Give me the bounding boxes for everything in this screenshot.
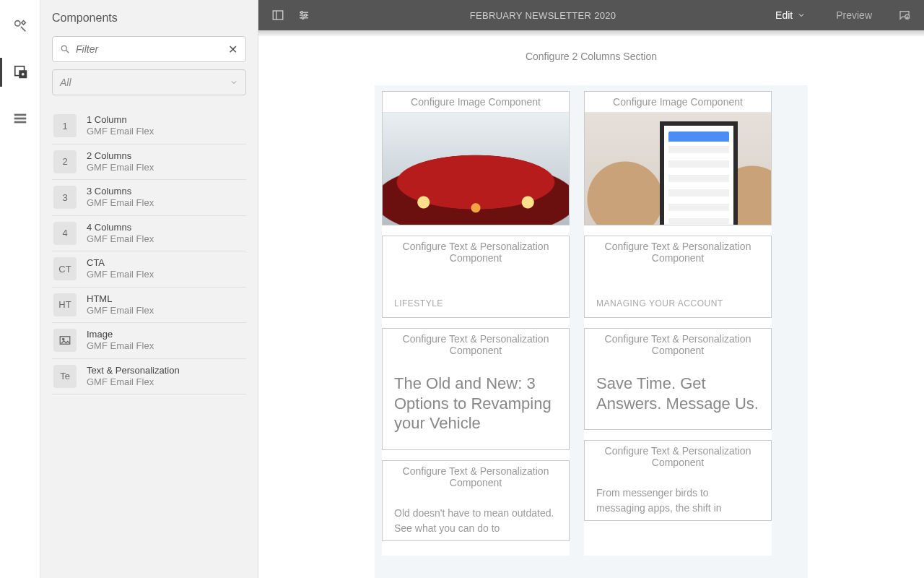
svg-point-11: [63, 339, 64, 340]
eyebrow-text: MANAGING YOUR ACCOUNT: [585, 268, 771, 317]
chevron-down-icon: [230, 78, 238, 87]
rail-assets-icon[interactable]: [0, 12, 40, 40]
svg-point-0: [14, 21, 19, 26]
component-cta[interactable]: CT CTA GMF Email Flex: [52, 251, 246, 288]
component-name: Text & Personalization: [87, 365, 180, 376]
component-name: 4 Columns: [87, 222, 154, 233]
panel-title: Components: [52, 12, 246, 25]
component-group: GMF Email Flex: [87, 269, 154, 280]
svg-point-19: [302, 17, 304, 19]
badge-1: 1: [53, 114, 77, 137]
badge-ht: HT: [53, 293, 77, 316]
filter-input-wrap[interactable]: ✕: [52, 36, 246, 62]
text-component-left-eyebrow[interactable]: Configure Text & Personalization Compone…: [382, 236, 570, 318]
badge-3: 3: [53, 186, 77, 209]
two-column-section[interactable]: Configure Image Component Configure Text…: [375, 85, 808, 578]
preview-button[interactable]: Preview: [836, 9, 872, 21]
mode-switcher[interactable]: Edit: [775, 9, 806, 21]
svg-rect-5: [14, 114, 26, 116]
filter-input[interactable]: [76, 43, 221, 55]
section-config-label[interactable]: Configure 2 Columns Section: [258, 36, 924, 85]
eyebrow-text: LIFESTYLE: [383, 268, 569, 317]
svg-line-9: [66, 51, 69, 53]
component-name: Image: [87, 329, 154, 340]
component-name: 3 Columns: [87, 186, 154, 197]
component-html[interactable]: HT HTML GMF Email Flex: [52, 288, 246, 324]
editor-topbar: FEBRUARY NEWSLETTER 2020 Edit Preview +: [258, 0, 924, 30]
chevron-down-icon: [797, 11, 806, 20]
topbar-shadow: [258, 30, 924, 36]
components-panel: Components ✕ All 1 1 Column GMF Email Fl…: [40, 0, 258, 578]
column-left[interactable]: Configure Image Component Configure Text…: [382, 91, 570, 556]
component-group: GMF Email Flex: [87, 197, 154, 209]
image-component-right[interactable]: Configure Image Component: [584, 91, 772, 225]
page-info-icon[interactable]: [297, 9, 310, 22]
image-icon: [53, 329, 77, 352]
rail-components-icon[interactable]: [0, 58, 40, 87]
component-2-columns[interactable]: 2 2 Columns GMF Email Flex: [52, 144, 246, 181]
text-component-right-headline[interactable]: Configure Text & Personalization Compone…: [584, 328, 772, 430]
clear-filter-icon[interactable]: ✕: [227, 43, 238, 56]
component-group: GMF Email Flex: [87, 126, 154, 137]
component-image[interactable]: Image GMF Email Flex: [52, 323, 246, 359]
rail-content-tree-icon[interactable]: [0, 104, 40, 133]
badge-2: 2: [53, 150, 77, 173]
svg-point-17: [301, 12, 303, 14]
image-config-label: Configure Image Component: [383, 92, 569, 113]
component-text-personalization[interactable]: Te Text & Personalization GMF Email Flex: [52, 359, 246, 395]
column-right[interactable]: Configure Image Component Configure Text…: [584, 91, 772, 556]
component-group: GMF Email Flex: [87, 305, 154, 316]
editor-canvas[interactable]: Configure 2 Columns Section Configure Im…: [258, 36, 924, 578]
image-placeholder-car[interactable]: [383, 113, 569, 225]
component-group: GMF Email Flex: [87, 376, 180, 388]
text-config-label: Configure Text & Personalization Compone…: [585, 441, 771, 473]
badge-4: 4: [53, 222, 77, 245]
component-name: 2 Columns: [87, 150, 154, 162]
component-3-columns[interactable]: 3 3 Columns GMF Email Flex: [52, 180, 246, 216]
svg-rect-7: [14, 121, 26, 124]
image-config-label: Configure Image Component: [585, 92, 771, 113]
group-select[interactable]: All: [52, 69, 246, 95]
headline-text: The Old and New: 3 Options to Revamping …: [383, 361, 569, 449]
text-config-label: Configure Text & Personalization Compone…: [585, 329, 771, 361]
svg-rect-6: [14, 118, 26, 120]
component-name: CTA: [87, 257, 154, 269]
component-name: HTML: [87, 293, 154, 305]
svg-point-18: [305, 14, 307, 17]
svg-rect-12: [273, 11, 283, 20]
image-placeholder-phone[interactable]: [585, 113, 771, 225]
headline-text: Save Time. Get Answers. Message Us.: [585, 361, 771, 429]
text-config-label: Configure Text & Personalization Compone…: [383, 236, 569, 268]
search-icon: [60, 44, 70, 54]
text-config-label: Configure Text & Personalization Compone…: [383, 461, 569, 493]
badge-te: Te: [53, 365, 77, 388]
component-group: GMF Email Flex: [87, 233, 154, 245]
text-component-right-body[interactable]: Configure Text & Personalization Compone…: [584, 440, 772, 521]
component-group: GMF Email Flex: [87, 340, 154, 352]
component-4-columns[interactable]: 4 4 Columns GMF Email Flex: [52, 216, 246, 252]
svg-text:+: +: [906, 16, 908, 20]
annotate-icon[interactable]: +: [898, 9, 911, 22]
toggle-panel-icon[interactable]: [271, 9, 284, 22]
left-rail: [0, 0, 40, 578]
body-text: From messenger birds to messaging apps, …: [585, 473, 771, 520]
body-text: Old doesn't have to mean outdated. See w…: [383, 493, 569, 540]
text-config-label: Configure Text & Personalization Compone…: [383, 329, 569, 361]
text-component-right-eyebrow[interactable]: Configure Text & Personalization Compone…: [584, 236, 772, 318]
text-component-left-headline[interactable]: Configure Text & Personalization Compone…: [382, 328, 570, 450]
mode-label: Edit: [775, 9, 793, 21]
group-select-value: All: [60, 77, 71, 88]
text-config-label: Configure Text & Personalization Compone…: [585, 236, 771, 268]
text-component-left-body[interactable]: Configure Text & Personalization Compone…: [382, 460, 570, 541]
component-list: 1 1 Column GMF Email Flex 2 2 Columns GM…: [52, 108, 246, 394]
component-name: 1 Column: [87, 114, 154, 126]
badge-ct: CT: [53, 257, 77, 280]
component-1-column[interactable]: 1 1 Column GMF Email Flex: [52, 108, 246, 144]
component-group: GMF Email Flex: [87, 162, 154, 173]
image-component-left[interactable]: Configure Image Component: [382, 91, 570, 225]
document-title: FEBRUARY NEWSLETTER 2020: [323, 10, 762, 21]
svg-point-8: [61, 46, 66, 51]
